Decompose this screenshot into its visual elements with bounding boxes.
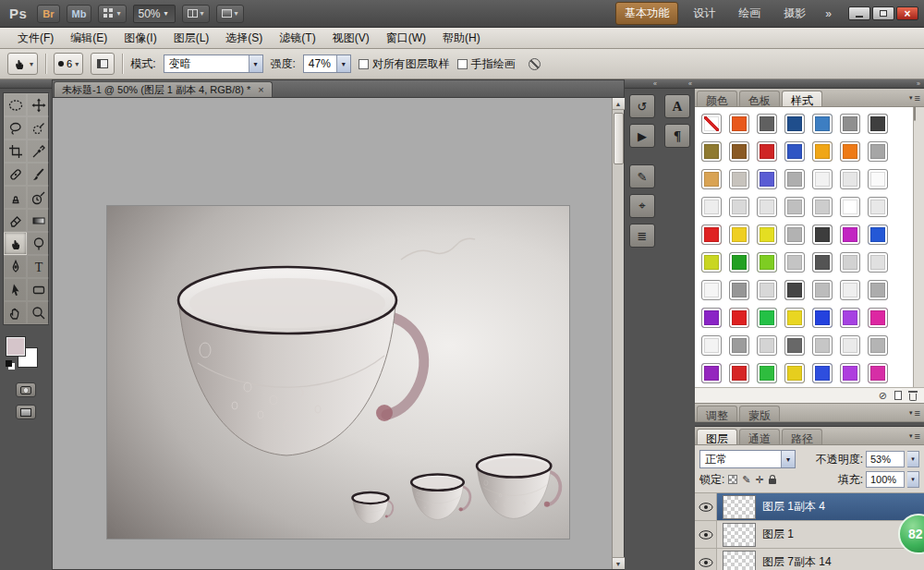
style-swatch[interactable] xyxy=(812,224,833,245)
menu-item[interactable]: 选择(S) xyxy=(217,28,271,49)
style-swatch[interactable] xyxy=(840,335,860,356)
style-swatch[interactable] xyxy=(840,280,860,300)
style-swatch[interactable] xyxy=(701,114,722,134)
dock-collapse-header[interactable]: « xyxy=(660,79,695,89)
pen-tool[interactable] xyxy=(4,255,27,278)
path-selection-tool[interactable] xyxy=(4,278,27,301)
style-swatch[interactable] xyxy=(840,363,860,383)
spot-healing-brush-tool[interactable] xyxy=(4,163,27,186)
style-swatch[interactable] xyxy=(868,308,888,328)
tab-masks[interactable]: 蒙版 xyxy=(739,406,780,421)
style-swatch[interactable] xyxy=(812,363,833,383)
quick-selection-tool[interactable] xyxy=(27,116,50,139)
tool-preset-picker[interactable]: ▾ xyxy=(7,53,38,75)
launch-bridge-button[interactable]: Br xyxy=(37,5,59,23)
style-swatch[interactable] xyxy=(868,114,888,134)
zoom-tool[interactable] xyxy=(27,301,50,324)
menu-item[interactable]: 编辑(E) xyxy=(62,28,116,49)
panel-menu-icon[interactable]: ▾ ≡ xyxy=(909,407,920,418)
layer-blend-mode-select[interactable]: 正常 ▾ xyxy=(699,450,796,468)
style-swatch[interactable] xyxy=(868,335,888,356)
lock-pixels-icon[interactable]: ✎ xyxy=(742,475,750,485)
default-colors-icon[interactable] xyxy=(6,360,12,367)
hand-tool[interactable] xyxy=(4,301,27,324)
eyedropper-tool[interactable] xyxy=(27,139,50,163)
paragraph-panel-icon[interactable]: ¶ xyxy=(664,124,690,148)
finger-painting-checkbox[interactable]: 手指绘画 xyxy=(457,56,516,72)
tab-channels[interactable]: 通道 xyxy=(739,429,780,444)
style-swatch[interactable] xyxy=(868,169,888,189)
type-tool[interactable]: T xyxy=(27,255,50,278)
tab-adjustments[interactable]: 调整 xyxy=(697,406,737,421)
eraser-tool[interactable] xyxy=(4,209,27,232)
elliptical-marquee-tool[interactable] xyxy=(4,93,27,116)
style-swatch[interactable] xyxy=(729,252,749,273)
menu-item[interactable]: 帮助(H) xyxy=(434,28,489,49)
move-tool[interactable] xyxy=(27,93,50,116)
scroll-up-icon[interactable]: ▲ xyxy=(613,98,625,110)
lasso-tool[interactable] xyxy=(4,116,27,139)
lock-transparency-icon[interactable] xyxy=(728,475,737,484)
style-swatch[interactable] xyxy=(729,280,749,300)
clone-stamp-tool[interactable] xyxy=(4,186,27,209)
style-swatch[interactable] xyxy=(840,252,860,273)
toggle-brush-panel-button[interactable] xyxy=(91,53,115,75)
restore-button[interactable] xyxy=(872,6,894,20)
style-swatch[interactable] xyxy=(701,197,722,217)
workspace-design-button[interactable]: 设计 xyxy=(685,3,723,24)
actions-panel-icon[interactable]: ▶ xyxy=(629,124,655,148)
arrange-documents-button[interactable]: ▾ xyxy=(182,5,210,23)
style-swatch[interactable] xyxy=(757,197,777,217)
style-swatch[interactable] xyxy=(812,335,833,356)
new-style-icon[interactable] xyxy=(894,391,902,400)
document-tab[interactable]: 未标题-1 @ 50% (图层 1 副本 4, RGB/8) * × xyxy=(54,81,273,97)
layer-row[interactable]: 图层 1副本 4 xyxy=(695,493,924,521)
tablet-pressure-button[interactable] xyxy=(523,53,547,75)
style-swatch[interactable] xyxy=(701,169,722,189)
fill-slider-icon[interactable]: ▾ xyxy=(907,471,919,488)
sample-all-layers-checkbox[interactable]: 对所有图层取样 xyxy=(359,56,450,72)
style-swatch[interactable] xyxy=(868,197,888,217)
lock-position-icon[interactable]: ✛ xyxy=(756,475,764,485)
style-swatch[interactable] xyxy=(868,252,888,273)
style-swatch[interactable] xyxy=(784,308,805,328)
lock-all-icon[interactable] xyxy=(769,479,776,484)
shape-tool[interactable] xyxy=(27,278,50,301)
style-swatch[interactable] xyxy=(701,224,722,245)
style-swatch[interactable] xyxy=(757,224,777,245)
brush-presets-panel-icon[interactable]: ✎ xyxy=(629,164,655,188)
history-panel-icon[interactable]: ↺ xyxy=(629,94,655,118)
fill-input[interactable]: 100% xyxy=(866,471,905,488)
visibility-toggle[interactable] xyxy=(695,493,717,520)
chevron-down-icon[interactable]: ▾ xyxy=(781,451,795,467)
history-brush-tool[interactable] xyxy=(27,186,50,209)
style-swatch[interactable] xyxy=(757,141,777,162)
style-swatch[interactable] xyxy=(868,141,888,162)
layer-name[interactable]: 图层 1 xyxy=(762,527,794,542)
menu-item[interactable]: 滤镜(T) xyxy=(271,28,323,49)
scrollbar-thumb[interactable] xyxy=(614,113,624,164)
style-swatch[interactable] xyxy=(812,114,833,134)
style-swatch[interactable] xyxy=(757,335,777,356)
visibility-toggle[interactable] xyxy=(695,521,717,548)
menu-item[interactable]: 窗口(W) xyxy=(378,28,434,49)
style-swatch[interactable] xyxy=(729,224,749,245)
style-swatch[interactable] xyxy=(868,224,888,245)
gradient-tool[interactable] xyxy=(27,209,50,232)
menu-item[interactable]: 文件(F) xyxy=(9,28,62,49)
style-swatch[interactable] xyxy=(729,308,749,328)
menu-item[interactable]: 图像(I) xyxy=(116,28,164,49)
style-swatch[interactable] xyxy=(784,363,805,383)
clone-source-panel-icon[interactable]: ⌖ xyxy=(629,194,655,218)
tab-styles[interactable]: 样式 xyxy=(782,91,822,106)
style-swatch[interactable] xyxy=(840,308,860,328)
style-swatch[interactable] xyxy=(868,280,888,300)
style-swatch[interactable] xyxy=(757,280,777,300)
foreground-color-swatch[interactable] xyxy=(6,336,26,357)
zoom-level-select[interactable]: 50% ▾ xyxy=(133,5,176,23)
panel-menu-icon[interactable]: ▾ ≡ xyxy=(909,431,920,442)
tools-panel-grip[interactable] xyxy=(0,79,52,89)
close-button[interactable]: × xyxy=(896,6,918,20)
style-swatch[interactable] xyxy=(701,335,722,356)
workspace-essentials-button[interactable]: 基本功能 xyxy=(615,2,678,25)
